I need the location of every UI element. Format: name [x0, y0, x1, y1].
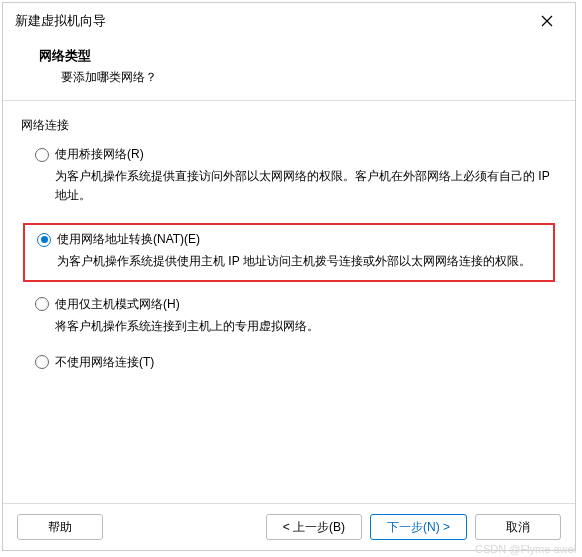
radio-icon	[35, 355, 49, 369]
radio-none[interactable]: 不使用网络连接(T)	[35, 354, 557, 371]
back-button[interactable]: < 上一步(B)	[266, 514, 362, 540]
radio-bridged[interactable]: 使用桥接网络(R)	[35, 146, 557, 163]
radio-nat[interactable]: 使用网络地址转换(NAT)(E)	[37, 231, 543, 248]
page-subtitle: 要添加哪类网络？	[61, 69, 557, 86]
desc-nat: 为客户机操作系统提供使用主机 IP 地址访问主机拨号连接或外部以太网网络连接的权…	[57, 252, 543, 271]
titlebar: 新建虚拟机向导	[3, 3, 575, 39]
option-nat: 使用网络地址转换(NAT)(E) 为客户机操作系统提供使用主机 IP 地址访问主…	[23, 223, 555, 281]
close-button[interactable]	[527, 9, 567, 33]
option-hostonly: 使用仅主机模式网络(H) 将客户机操作系统连接到主机上的专用虚拟网络。	[21, 296, 557, 336]
desc-hostonly: 将客户机操作系统连接到主机上的专用虚拟网络。	[55, 317, 557, 336]
content-area: 网络连接 使用桥接网络(R) 为客户机操作系统提供直接访问外部以太网网络的权限。…	[3, 101, 575, 503]
page-title: 网络类型	[39, 47, 557, 65]
radio-label-nat: 使用网络地址转换(NAT)(E)	[57, 231, 200, 248]
radio-hostonly[interactable]: 使用仅主机模式网络(H)	[35, 296, 557, 313]
help-button[interactable]: 帮助	[17, 514, 103, 540]
radio-icon	[35, 297, 49, 311]
radio-icon	[35, 148, 49, 162]
wizard-dialog: 新建虚拟机向导 网络类型 要添加哪类网络？ 网络连接 使用桥接网络(R) 为客户…	[2, 2, 576, 551]
group-label: 网络连接	[21, 117, 557, 134]
radio-icon	[37, 233, 51, 247]
wizard-header: 网络类型 要添加哪类网络？	[3, 39, 575, 101]
next-button[interactable]: 下一步(N) >	[370, 514, 467, 540]
cancel-button[interactable]: 取消	[475, 514, 561, 540]
radio-label-none: 不使用网络连接(T)	[55, 354, 154, 371]
close-icon	[541, 15, 553, 27]
option-none: 不使用网络连接(T)	[21, 354, 557, 371]
button-bar: 帮助 < 上一步(B) 下一步(N) > 取消	[3, 503, 575, 550]
radio-label-bridged: 使用桥接网络(R)	[55, 146, 144, 163]
radio-label-hostonly: 使用仅主机模式网络(H)	[55, 296, 180, 313]
option-bridged: 使用桥接网络(R) 为客户机操作系统提供直接访问外部以太网网络的权限。客户机在外…	[21, 146, 557, 205]
dialog-title: 新建虚拟机向导	[15, 12, 106, 30]
desc-bridged: 为客户机操作系统提供直接访问外部以太网网络的权限。客户机在外部网络上必须有自己的…	[55, 167, 557, 205]
